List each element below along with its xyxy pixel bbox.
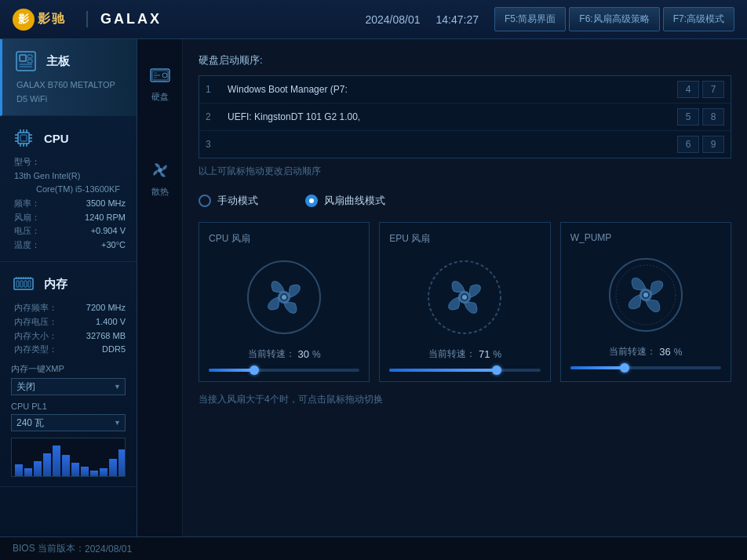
- nav-fan-icon[interactable]: 散热: [148, 158, 173, 198]
- boot-name-1: Windows Boot Manager (P7:: [228, 84, 671, 95]
- cpu-fan-slider[interactable]: [209, 369, 359, 372]
- content-area: 硬盘启动顺序: 1 Windows Boot Manager (P7: 4 7 …: [183, 39, 747, 536]
- advanced-mode-button[interactable]: F7:高级模式: [663, 7, 734, 31]
- epu-fan-speed: 当前转速： 71 %: [428, 347, 501, 361]
- cpu-icon: [11, 125, 36, 151]
- cpu-model-value1: 13th Gen Intel(R): [14, 169, 126, 184]
- mem-freq-label: 内存频率：: [14, 301, 57, 315]
- svg-rect-22: [20, 281, 23, 287]
- cpu-model-label: 型号：: [14, 155, 126, 169]
- datetime-area: 2024/08/01 14:47:27: [365, 13, 479, 26]
- logo-area: 影 影驰 GALAX: [13, 9, 365, 31]
- fan-mode-row: 手动模式 风扇曲线模式: [199, 194, 731, 208]
- motherboard-model1: GALAX B760 METALTOP: [16, 78, 126, 93]
- main-layout: 主板 GALAX B760 METALTOP D5 WiFi: [0, 39, 747, 536]
- boot-name-2: UEFI: KingstonDT 101 G2 1.00,: [228, 111, 671, 122]
- boot-slot-6[interactable]: 6: [677, 136, 699, 153]
- footer-value: 2024/08/01: [85, 544, 132, 555]
- sidebar-cpu: CPU 型号： 13th Gen Intel(R) Core(TM) i5-13…: [0, 116, 137, 262]
- boot-list: 1 Windows Boot Manager (P7: 4 7 2 UEFI: …: [199, 75, 731, 158]
- boot-slot-9[interactable]: 9: [702, 136, 724, 153]
- epu-fan-slider[interactable]: [389, 369, 540, 372]
- header: 影 影驰 GALAX 2024/08/01 14:47:27 F5:简易界面 F…: [0, 0, 747, 39]
- simple-mode-button[interactable]: F5:简易界面: [494, 7, 566, 31]
- epu-fan-graphic: [425, 258, 504, 336]
- memory-icon: [11, 271, 36, 296]
- svg-point-39: [158, 168, 162, 173]
- nav-hdd-icon[interactable]: 硬盘: [148, 63, 173, 103]
- boot-slot-5[interactable]: 5: [677, 108, 699, 125]
- galax-logo: GALAX: [86, 11, 162, 27]
- epu-fan-title: EPU 风扇: [389, 232, 430, 245]
- cpu-fan-speed-label: 当前转速：: [248, 347, 295, 361]
- date-display: 2024/08/01: [365, 13, 420, 26]
- cpu-fan-speed-value: 30: [298, 348, 309, 360]
- cpu-freq-value: 3500 MHz: [86, 197, 126, 211]
- wpump-speed-value: 36: [659, 346, 670, 358]
- footer: BIOS 当前版本： 2024/08/01: [0, 536, 747, 560]
- yingchi-icon: 影: [13, 9, 35, 31]
- xmp-select[interactable]: 关闭 XMP 1 XMP 2: [11, 378, 126, 395]
- boot-slots-2: 5 8: [677, 108, 724, 125]
- sidebar-motherboard: 主板 GALAX B760 METALTOP D5 WiFi: [0, 39, 137, 116]
- xmp-label: 内存一键XMP: [11, 363, 126, 375]
- motherboard-icon: [13, 49, 38, 74]
- svg-rect-3: [27, 60, 32, 63]
- svg-rect-6: [18, 133, 29, 144]
- boot-item-3[interactable]: 3 6 9: [199, 131, 731, 158]
- manual-mode-option[interactable]: 手动模式: [199, 194, 258, 208]
- header-buttons: F5:简易界面 F6:风扇高级策略 F7:高级模式: [494, 7, 734, 31]
- epu-fan-speed-label: 当前转速：: [428, 347, 476, 361]
- boot-num-2: 2: [206, 111, 221, 122]
- motherboard-title: 主板: [46, 54, 70, 69]
- cpu-temp-label: 温度：: [14, 238, 40, 253]
- epu-fan-card: EPU 风扇 当前转速： 71 %: [379, 222, 550, 382]
- cpu-voltage-value: +0.904 V: [91, 224, 126, 238]
- footer-label: BIOS 当前版本：: [13, 542, 85, 555]
- motherboard-details: GALAX B760 METALTOP D5 WiFi: [13, 78, 126, 106]
- cpu-voltage-label: 电压：: [14, 224, 40, 238]
- curve-mode-option[interactable]: 风扇曲线模式: [305, 194, 385, 208]
- cpu-fan-speed-unit: %: [312, 349, 321, 360]
- cpu-freq-label: 频率：: [14, 197, 40, 211]
- wpump-graphic: [607, 256, 685, 334]
- xmp-select-wrapper: 关闭 XMP 1 XMP 2: [11, 378, 126, 395]
- cpu-fan-title: CPU 风扇: [209, 232, 250, 245]
- mem-size-label: 内存大小：: [14, 329, 57, 344]
- mem-freq-value: 7200 MHz: [86, 301, 126, 315]
- epu-fan-speed-value: 71: [479, 348, 490, 360]
- boot-item-2[interactable]: 2 UEFI: KingstonDT 101 G2 1.00, 5 8: [199, 104, 731, 131]
- boot-slot-4[interactable]: 4: [677, 81, 699, 98]
- cpu-fan-graphic: [245, 258, 323, 336]
- memory-details: 内存频率：7200 MHz 内存电压：1.400 V 内存大小：32768 MB…: [11, 301, 126, 356]
- fan-section: 手动模式 风扇曲线模式 CPU 风扇: [199, 194, 731, 406]
- cpu-pl1-label: CPU PL1: [11, 402, 126, 411]
- svg-point-52: [643, 293, 648, 297]
- sidebar: 主板 GALAX B760 METALTOP D5 WiFi: [0, 39, 137, 536]
- boot-slots-3: 6 9: [677, 136, 724, 153]
- cpu-pl1-select-wrapper: 240 瓦 125 瓦 65 瓦: [11, 414, 126, 431]
- boot-slots-1: 4 7: [677, 81, 724, 98]
- cpu-fan-card: CPU 风扇 当前转速： 30 %: [199, 222, 370, 382]
- boot-item-1[interactable]: 1 Windows Boot Manager (P7: 4 7: [199, 76, 731, 104]
- svg-rect-23: [24, 281, 27, 287]
- mem-type-label: 内存类型：: [14, 343, 57, 357]
- boot-num-3: 3: [206, 139, 221, 150]
- sidebar-chart: [11, 438, 126, 477]
- cpu-pl1-select[interactable]: 240 瓦 125 瓦 65 瓦: [11, 414, 126, 431]
- sidebar-memory: 内存 内存频率：7200 MHz 内存电压：1.400 V 内存大小：32768…: [0, 262, 137, 486]
- nav-hdd-label: 硬盘: [151, 91, 169, 103]
- curve-mode-radio[interactable]: [305, 195, 318, 207]
- cpu-details: 型号： 13th Gen Intel(R) Core(TM) i5-13600K…: [11, 155, 126, 252]
- svg-rect-2: [27, 55, 32, 58]
- cpu-fan-speed: 当前转速： 30 %: [248, 347, 321, 361]
- wpump-speed-unit: %: [674, 347, 683, 358]
- svg-rect-21: [16, 281, 19, 287]
- manual-mode-radio[interactable]: [199, 195, 211, 207]
- cpu-model-value2: Core(TM) i5-13600KF: [14, 183, 126, 197]
- advanced-fan-button[interactable]: F6:风扇高级策略: [569, 7, 659, 31]
- wpump-slider[interactable]: [570, 366, 721, 369]
- boot-slot-7[interactable]: 7: [702, 81, 724, 98]
- svg-rect-1: [20, 55, 26, 61]
- boot-slot-8[interactable]: 8: [702, 108, 724, 125]
